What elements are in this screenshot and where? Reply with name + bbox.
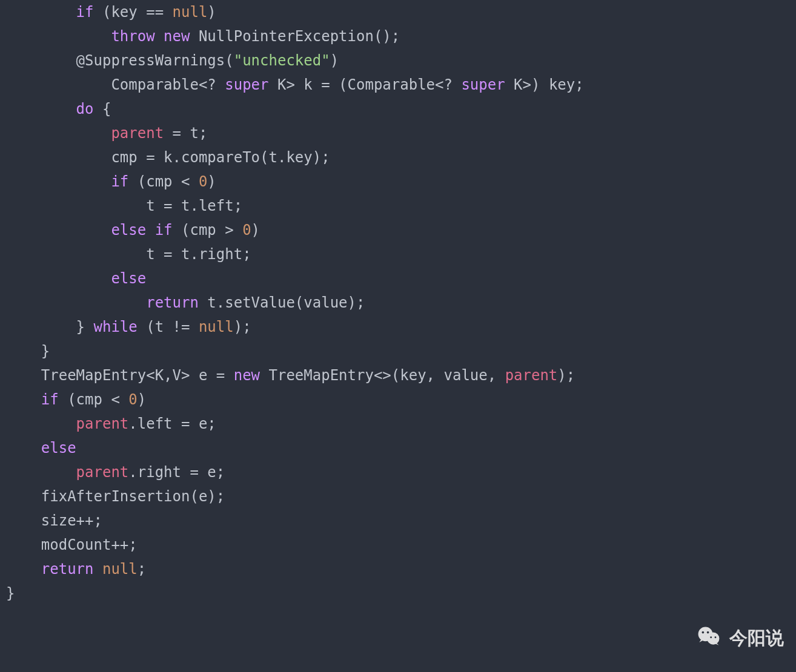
code-line: return t.setValue(value); — [6, 294, 365, 311]
code-token-type: Comparable — [111, 76, 199, 93]
code-line: TreeMapEntry<K,V> e = new TreeMapEntry<>… — [6, 367, 575, 384]
code-token-kw: super — [225, 76, 268, 93]
code-token-p: K>) key; — [505, 76, 584, 93]
svg-point-5 — [715, 636, 717, 638]
code-token-var: parent — [76, 415, 129, 432]
code-token-p: ; — [138, 561, 146, 578]
svg-point-2 — [702, 631, 705, 634]
code-token-p: <K,V> e = — [146, 367, 234, 384]
code-token-p — [155, 28, 164, 45]
code-line: cmp = k.compareTo(t.key); — [6, 149, 330, 166]
code-token-p: NullPointerException(); — [190, 28, 400, 45]
code-line: modCount++; — [6, 536, 138, 553]
code-block: if (key == null) throw new NullPointerEx… — [0, 0, 796, 605]
code-token-p: ) — [138, 391, 146, 408]
code-token-num: 0 — [242, 222, 251, 239]
code-token-p: (cmp < — [128, 173, 199, 190]
code-token-str: "unchecked" — [234, 52, 330, 69]
code-token-p: ); — [234, 318, 251, 335]
code-token-null: null — [199, 318, 234, 335]
code-token-kw: else — [41, 440, 76, 456]
code-token-kw: if — [111, 173, 128, 190]
code-token-kw: return — [146, 294, 199, 311]
code-token-p: fixAfterInsertion(e); — [41, 488, 225, 505]
code-line: if (key == null) — [6, 4, 216, 21]
code-token-ann: @SuppressWarnings — [76, 52, 225, 69]
code-token-p: cmp = k.compareTo(t.key); — [111, 149, 330, 166]
svg-point-1 — [707, 633, 719, 645]
code-token-p: (key == — [94, 4, 173, 21]
watermark-text: 今阳说 — [729, 626, 784, 651]
code-line: else if (cmp > 0) — [6, 222, 260, 239]
code-token-p: ) — [330, 52, 339, 69]
code-token-p: } — [41, 343, 50, 360]
code-line: else — [6, 440, 76, 456]
code-token-p: <? — [199, 76, 225, 93]
code-token-kw: new — [164, 28, 190, 45]
code-token-num: 0 — [128, 391, 137, 408]
code-line: @SuppressWarnings("unchecked") — [6, 52, 339, 69]
code-line: parent.left = e; — [6, 415, 216, 432]
code-token-p: ) — [251, 222, 260, 239]
code-token-kw: while — [94, 318, 138, 335]
code-token-p: (t != — [138, 318, 199, 335]
code-token-p: .left = e; — [128, 415, 216, 432]
code-line: if (cmp < 0) — [6, 391, 146, 408]
code-token-p: ) — [207, 173, 216, 190]
watermark: 今阳说 — [695, 623, 784, 654]
code-line: return null; — [6, 561, 146, 578]
code-token-p: ( — [225, 52, 233, 69]
code-line: parent = t; — [6, 125, 207, 142]
code-token-p: (cmp > — [173, 222, 243, 239]
code-line: do { — [6, 100, 111, 117]
code-token-kw: return — [41, 561, 94, 578]
code-token-num: 0 — [199, 173, 207, 190]
code-token-p: modCount++; — [41, 536, 138, 553]
code-token-p: (cmp < — [59, 391, 129, 408]
code-line: } — [6, 585, 15, 602]
code-token-p: size++; — [41, 512, 102, 529]
code-token-var: parent — [111, 125, 164, 142]
code-token-p: t.setValue(value); — [199, 294, 365, 311]
code-token-p: .right = e; — [128, 464, 225, 481]
code-token-kw: super — [461, 76, 505, 93]
code-line: size++; — [6, 512, 102, 529]
code-token-null: null — [173, 4, 208, 21]
code-line: else — [6, 270, 146, 287]
code-token-kw: else — [111, 270, 146, 287]
svg-point-3 — [707, 631, 709, 634]
code-token-p: K> k = (Comparable<? — [269, 76, 462, 93]
code-line: throw new NullPointerException(); — [6, 28, 400, 45]
code-token-p: } — [76, 318, 94, 335]
code-line: t = t.right; — [6, 246, 251, 263]
code-token-kw: if — [76, 4, 94, 21]
code-token-p — [94, 561, 102, 578]
code-token-kw: do — [76, 100, 94, 117]
code-line: } — [6, 343, 50, 360]
code-token-p: t = t.right; — [146, 246, 251, 263]
code-token-var: parent — [76, 464, 129, 481]
code-token-p: TreeMapEntry<>(key, value, — [260, 367, 505, 384]
code-line: } while (t != null); — [6, 318, 251, 335]
code-line: Comparable<? super K> k = (Comparable<? … — [6, 76, 584, 93]
code-token-kw: if — [155, 222, 173, 239]
code-token-p: ); — [557, 367, 575, 384]
code-token-p: ) — [207, 4, 216, 21]
code-token-kw: new — [234, 367, 260, 384]
code-token-p: = t; — [164, 125, 207, 142]
code-token-type: TreeMapEntry — [41, 367, 146, 384]
code-line: if (cmp < 0) — [6, 173, 216, 190]
code-token-p: } — [6, 585, 15, 602]
code-token-kw: else — [111, 222, 146, 239]
code-token-p — [146, 222, 154, 239]
code-token-kw: if — [41, 391, 59, 408]
svg-point-4 — [710, 636, 712, 638]
code-token-p: { — [94, 100, 111, 117]
code-token-var: parent — [505, 367, 558, 384]
code-line: t = t.left; — [6, 197, 242, 214]
code-token-null: null — [102, 561, 138, 578]
code-line: parent.right = e; — [6, 464, 225, 481]
code-token-kw: throw — [111, 28, 154, 45]
code-token-p: t = t.left; — [146, 197, 242, 214]
code-line: fixAfterInsertion(e); — [6, 488, 225, 505]
